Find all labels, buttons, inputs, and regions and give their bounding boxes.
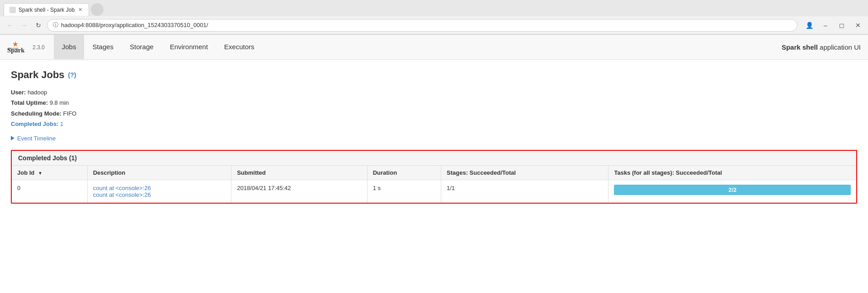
col-description: Description: [87, 166, 231, 180]
event-timeline[interactable]: Event Timeline: [11, 135, 857, 142]
page-title-text: Spark Jobs: [11, 69, 65, 81]
completed-jobs-header: Completed Jobs (1): [12, 151, 856, 166]
tab-favicon: [9, 7, 16, 13]
spark-logo-svg: APACHE Spark: [7, 38, 25, 56]
jobs-table-head: Job Id ▼ Description Submitted Duration …: [12, 166, 856, 180]
browser-tab-active[interactable]: Spark shell - Spark Job ✕: [4, 3, 89, 16]
table-row: 0 count at <console>:26 count at <consol…: [12, 180, 856, 203]
browser-controls: ← → ↻ ⓘ hadoop4:8088/proxy/application_1…: [0, 16, 868, 34]
scheduling-label: Scheduling Mode:: [11, 110, 61, 117]
col-job-id[interactable]: Job Id ▼: [12, 166, 87, 180]
forward-button[interactable]: →: [18, 19, 30, 31]
user-info: User: hadoop: [11, 87, 857, 98]
scheduling-value: FIFO: [63, 110, 77, 117]
meta-info: User: hadoop Total Uptime: 9.8 min Sched…: [11, 87, 857, 130]
completed-jobs-label: Completed Jobs:: [11, 121, 58, 127]
address-bar[interactable]: ⓘ hadoop4:8088/proxy/application_1524303…: [47, 19, 797, 32]
spark-navbar: APACHE Spark 2.3.0 Jobs Stages Storage E…: [0, 35, 868, 60]
jobs-table: Job Id ▼ Description Submitted Duration …: [12, 166, 856, 203]
cell-tasks: 2/2: [609, 180, 856, 203]
nav-link-storage[interactable]: Storage: [122, 35, 162, 60]
spark-app-name: Spark shell: [782, 43, 818, 51]
completed-jobs-section: Completed Jobs (1) Job Id ▼ Description …: [11, 150, 857, 204]
col-submitted: Submitted: [231, 166, 367, 180]
tab-title: Spark shell - Spark Job: [19, 7, 75, 13]
new-tab-button[interactable]: [91, 3, 104, 16]
browser-actions: 👤 – ◻ ✕: [803, 19, 864, 32]
browser-tab-bar: Spark shell - Spark Job ✕: [0, 0, 868, 16]
lock-icon: ⓘ: [53, 21, 58, 29]
user-label: User:: [11, 89, 26, 96]
sort-indicator: ▼: [38, 171, 42, 176]
uptime-label: Total Uptime:: [11, 99, 48, 106]
close-button[interactable]: ✕: [852, 19, 864, 32]
cell-submitted: 2018/04/21 17:45:42: [231, 180, 367, 203]
cell-duration: 1 s: [367, 180, 441, 203]
spark-nav-links: Jobs Stages Storage Environment Executor…: [54, 35, 263, 60]
description-link-2[interactable]: count at <console>:26: [93, 191, 226, 198]
jobs-table-header-row: Job Id ▼ Description Submitted Duration …: [12, 166, 856, 180]
maximize-button[interactable]: ◻: [835, 19, 848, 32]
description-link-1[interactable]: count at <console>:26: [93, 185, 226, 191]
help-link[interactable]: (?): [68, 71, 76, 79]
cell-job-id: 0: [12, 180, 87, 203]
page-title: Spark Jobs (?): [11, 69, 857, 81]
col-stages: Stages: Succeeded/Total: [441, 166, 609, 180]
reload-button[interactable]: ↻: [33, 19, 44, 31]
uptime-info: Total Uptime: 9.8 min: [11, 98, 857, 108]
spark-app-suffix-text: application UI: [820, 43, 861, 51]
completed-jobs-link[interactable]: Completed Jobs: 1: [11, 121, 63, 127]
spark-version: 2.3.0: [33, 44, 45, 51]
tasks-progress-bar: 2/2: [614, 185, 851, 195]
browser-chrome: Spark shell - Spark Job ✕ ← → ↻ ⓘ hadoop…: [0, 0, 868, 35]
completed-jobs-info: Completed Jobs: 1: [11, 119, 857, 129]
col-tasks: Tasks (for all stages): Succeeded/Total: [609, 166, 856, 180]
minimize-button[interactable]: –: [819, 19, 832, 32]
spark-logo: APACHE Spark: [7, 38, 25, 56]
nav-link-executors[interactable]: Executors: [216, 35, 263, 60]
back-button[interactable]: ←: [4, 19, 15, 31]
svg-marker-2: [13, 41, 18, 47]
nav-link-jobs[interactable]: Jobs: [54, 35, 85, 60]
scheduling-info: Scheduling Mode: FIFO: [11, 108, 857, 119]
svg-text:Spark: Spark: [7, 46, 25, 53]
completed-jobs-value: 1: [60, 121, 63, 127]
cell-stages: 1/1: [441, 180, 609, 203]
url-text: hadoop4:8088/proxy/application_152430337…: [61, 22, 792, 28]
profile-button[interactable]: 👤: [803, 19, 816, 32]
triangle-icon: [11, 136, 14, 140]
jobs-table-body: 0 count at <console>:26 count at <consol…: [12, 180, 856, 203]
spark-app-title: Spark shell application UI: [782, 43, 861, 51]
cell-description: count at <console>:26 count at <console>…: [87, 180, 231, 203]
nav-link-environment[interactable]: Environment: [162, 35, 216, 60]
nav-link-stages[interactable]: Stages: [84, 35, 122, 60]
col-duration: Duration: [367, 166, 441, 180]
spark-content: Spark Jobs (?) User: hadoop Total Uptime…: [0, 60, 868, 213]
user-value: hadoop: [28, 89, 47, 96]
event-timeline-label: Event Timeline: [17, 135, 56, 142]
uptime-value: 9.8 min: [50, 99, 69, 106]
tab-close-button[interactable]: ✕: [77, 7, 83, 13]
